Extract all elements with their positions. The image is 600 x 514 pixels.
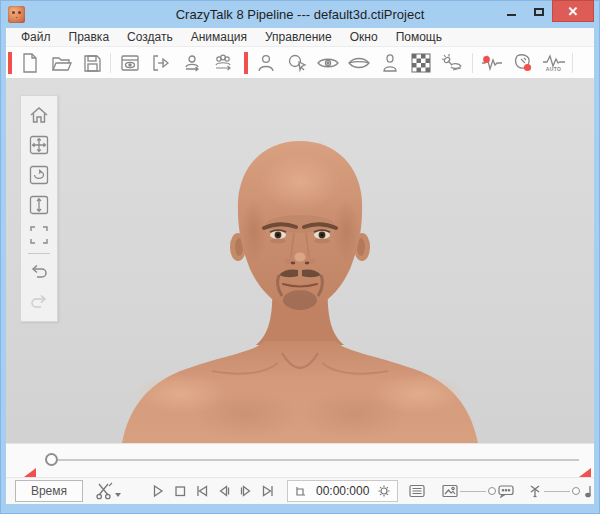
timeline-strip — [6, 443, 594, 477]
slider-knob[interactable] — [572, 487, 580, 495]
maximize-icon — [534, 8, 544, 16]
zoom-button[interactable] — [24, 190, 54, 220]
music-note-icon — [582, 484, 594, 498]
go-start-button[interactable] — [191, 480, 213, 502]
select-cursor-icon — [286, 52, 308, 74]
menu-edit[interactable]: Правка — [60, 30, 119, 44]
toolbar-separator — [472, 53, 473, 73]
auto-motion-button[interactable]: AUTO — [538, 49, 569, 77]
close-button[interactable]: ✕ — [552, 0, 594, 22]
audio-volume-slider — [528, 484, 594, 498]
open-project-button[interactable] — [45, 49, 76, 77]
play-icon — [151, 484, 165, 498]
atmosphere-icon — [440, 52, 464, 74]
send-group-icon — [212, 52, 234, 74]
pan-button[interactable] — [24, 130, 54, 160]
eye-editor-button[interactable] — [312, 49, 343, 77]
subtitle-bubble-icon — [498, 484, 514, 498]
menu-file[interactable]: Файл — [12, 30, 60, 44]
send-group-button[interactable] — [207, 49, 238, 77]
time-toggle-button[interactable]: Время — [15, 480, 83, 502]
dropdown-caret-icon — [115, 493, 121, 497]
frame-icon — [295, 485, 307, 497]
timeline-playhead[interactable] — [45, 453, 58, 466]
main-toolbar: AUTO — [6, 47, 594, 79]
go-end-button[interactable] — [257, 480, 279, 502]
minimize-button[interactable] — [498, 0, 525, 22]
record-voice-button[interactable] — [476, 49, 507, 77]
undo-button[interactable] — [24, 257, 54, 287]
image-subtitle-slider — [442, 484, 514, 498]
select-button[interactable] — [281, 49, 312, 77]
step-forward-icon — [239, 484, 253, 498]
accent-bar — [8, 52, 12, 74]
preview-button[interactable] — [114, 49, 145, 77]
maximize-button[interactable] — [525, 0, 552, 22]
toolbar-separator — [572, 53, 573, 73]
record-voice-icon — [480, 52, 504, 74]
time-settings-button[interactable] — [375, 482, 393, 500]
slider-line — [460, 491, 486, 492]
current-time: 00:00:000 — [310, 484, 375, 498]
pan-icon — [28, 134, 50, 156]
timeline-track[interactable] — [58, 459, 579, 461]
menu-control[interactable]: Управление — [256, 30, 341, 44]
track-list-icon — [409, 484, 425, 498]
palette-separator — [28, 253, 50, 254]
step-forward-button[interactable] — [235, 480, 257, 502]
avatar-editor-button[interactable] — [374, 49, 405, 77]
actor-icon — [255, 52, 277, 74]
clip-scissors-icon — [95, 482, 113, 500]
actor-button[interactable] — [250, 49, 281, 77]
picture-icon — [442, 484, 458, 498]
zoom-vertical-icon — [28, 194, 50, 216]
new-project-icon — [19, 52, 41, 74]
go-start-icon — [195, 484, 209, 498]
range-end-marker[interactable] — [579, 468, 591, 477]
toolbar-separator — [110, 53, 111, 73]
slider-knob[interactable] — [488, 487, 496, 495]
export-button[interactable] — [145, 49, 176, 77]
auto-motion-label: AUTO — [542, 66, 566, 72]
menu-window[interactable]: Окно — [341, 30, 387, 44]
stop-icon — [173, 484, 187, 498]
slider-line — [544, 491, 570, 492]
menu-help[interactable]: Помощь — [387, 30, 451, 44]
send-actor-button[interactable] — [176, 49, 207, 77]
menubar: Файл Правка Создать Анимация Управление … — [6, 28, 594, 47]
minimize-icon — [507, 14, 516, 16]
go-end-icon — [261, 484, 275, 498]
mouth-editor-button[interactable] — [343, 49, 374, 77]
transport-controls — [147, 480, 279, 502]
play-button[interactable] — [147, 480, 169, 502]
mouth-editor-icon — [347, 52, 371, 74]
rotate-button[interactable] — [24, 160, 54, 190]
menu-create[interactable]: Создать — [118, 30, 182, 44]
preview-icon — [119, 52, 141, 74]
home-button[interactable] — [24, 100, 54, 130]
open-project-icon — [50, 52, 72, 74]
app-window: CrazyTalk 8 Pipeline --- default3d.ctiPr… — [0, 0, 600, 514]
atmosphere-button[interactable] — [436, 49, 467, 77]
viewport-tool-palette — [20, 95, 58, 322]
track-list-button[interactable] — [406, 480, 428, 502]
viewport-canvas[interactable] — [6, 79, 594, 443]
close-icon: ✕ — [568, 5, 579, 18]
rotate-icon — [28, 164, 50, 186]
home-icon — [28, 104, 50, 126]
frame-toggle[interactable] — [292, 482, 310, 500]
new-project-button[interactable] — [14, 49, 45, 77]
redo-button[interactable] — [24, 287, 54, 317]
playback-bar: Время — [6, 477, 594, 504]
menu-animation[interactable]: Анимация — [182, 30, 256, 44]
puppeteer-button[interactable] — [507, 49, 538, 77]
range-start-marker[interactable] — [24, 468, 36, 477]
background-button[interactable] — [405, 49, 436, 77]
step-back-button[interactable] — [213, 480, 235, 502]
background-icon — [411, 53, 431, 73]
eye-editor-icon — [316, 52, 340, 74]
stop-button[interactable] — [169, 480, 191, 502]
fit-view-button[interactable] — [24, 220, 54, 250]
clip-tool-button[interactable] — [95, 482, 121, 500]
save-project-button[interactable] — [76, 49, 107, 77]
